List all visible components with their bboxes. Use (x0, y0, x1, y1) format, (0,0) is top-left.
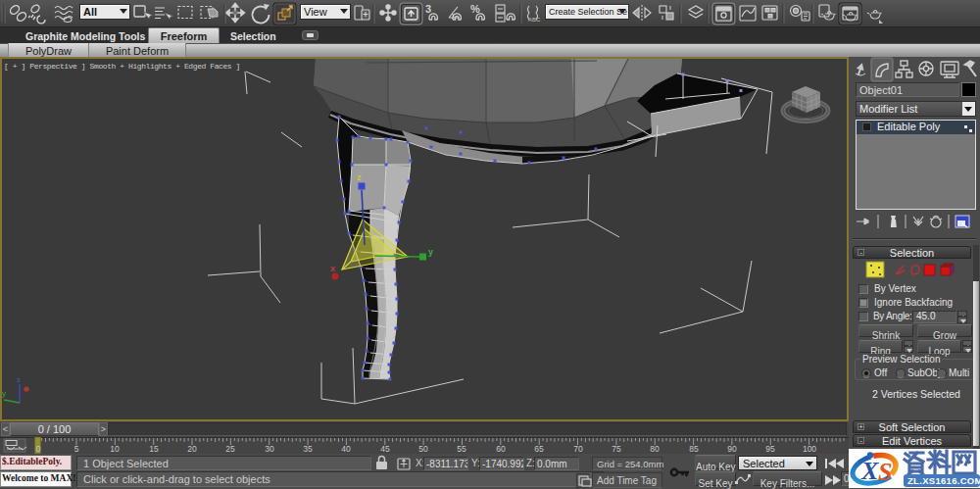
svg-text:60: 60 (496, 444, 506, 454)
svg-text:5: 5 (74, 444, 79, 454)
svg-text:90: 90 (727, 444, 737, 454)
svg-text:35: 35 (303, 444, 313, 454)
svg-text:70: 70 (573, 444, 583, 454)
svg-text:20: 20 (187, 444, 197, 454)
svg-text:85: 85 (689, 444, 699, 454)
svg-text:30: 30 (265, 444, 274, 454)
svg-text:S: S (878, 458, 892, 486)
svg-text:X: X (860, 457, 879, 485)
svg-text:z: z (17, 375, 21, 384)
svg-text:[ + ] Perspective ] Smooth + H: [ + ] Perspective ] Smooth + Highlights … (4, 62, 240, 71)
svg-text:80: 80 (650, 444, 660, 454)
svg-text:x: x (330, 264, 335, 273)
svg-text:z: z (357, 172, 362, 182)
svg-text:0: 0 (36, 444, 41, 454)
svg-text:55: 55 (457, 444, 466, 454)
svg-text:15: 15 (149, 444, 159, 454)
svg-text:10: 10 (110, 444, 120, 454)
svg-text:50: 50 (418, 444, 428, 454)
svg-text:ZL.XS1616.COM: ZL.XS1616.COM (907, 475, 980, 486)
svg-text:y: y (428, 247, 433, 257)
svg-text:95: 95 (765, 444, 775, 454)
svg-text:100: 100 (803, 444, 816, 454)
svg-text:65: 65 (534, 444, 544, 454)
svg-text:45: 45 (380, 444, 390, 454)
svg-text:40: 40 (341, 444, 351, 454)
svg-text:25: 25 (225, 444, 235, 454)
svg-text:y: y (2, 389, 6, 398)
svg-text:75: 75 (612, 444, 621, 454)
